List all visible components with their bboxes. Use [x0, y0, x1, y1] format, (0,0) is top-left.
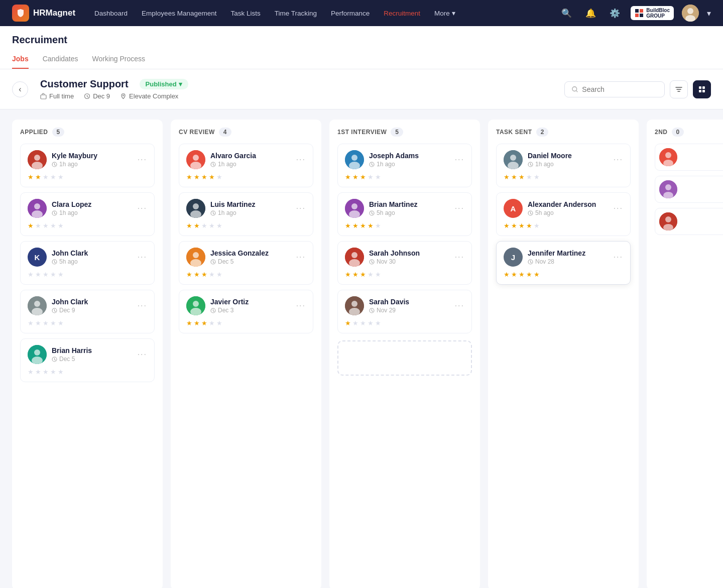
column-header-cv-review: CV REVIEW 4 — [179, 128, 313, 137]
card-menu-button[interactable]: ··· — [138, 350, 147, 359]
clock-icon — [52, 259, 57, 265]
user-dropdown-icon[interactable]: ▾ — [707, 9, 711, 18]
candidate-card[interactable]: Sarah Davis Nov 29 ··· ★★★★★ — [337, 290, 472, 333]
candidate-card[interactable]: John Clark Dec 9 ··· ★★★★★ — [20, 290, 155, 333]
candidate-stars: ★★★★★ — [186, 173, 306, 181]
card-menu-button[interactable]: ··· — [455, 301, 464, 310]
card-menu-button[interactable]: ··· — [138, 253, 147, 262]
candidate-avatar — [28, 345, 47, 364]
job-date: Dec 9 — [84, 92, 110, 100]
candidate-card[interactable]: Sarah Johnson Nov 30 ··· ★★★★★ — [337, 241, 472, 285]
column-count-cv-review: 4 — [219, 128, 231, 137]
search-icon[interactable]: 🔍 — [558, 5, 574, 21]
notification-icon[interactable]: 🔔 — [582, 5, 598, 21]
candidate-stars: ★★★★★ — [28, 222, 147, 229]
candidate-card[interactable] — [655, 176, 723, 203]
candidate-card[interactable]: Luis Martinez 1h ago ··· ★★★★★ — [179, 192, 313, 236]
nav-recruitment[interactable]: Recruitment — [384, 10, 420, 17]
star-icon: ★ — [352, 222, 358, 229]
nav-tasklists[interactable]: Task Lists — [230, 10, 260, 17]
candidate-card[interactable]: Joseph Adams 1h ago ··· ★★★★★ — [337, 144, 472, 187]
card-top: Sarah Davis Nov 29 ··· — [345, 296, 464, 315]
card-menu-button[interactable]: ··· — [296, 301, 306, 310]
published-badge[interactable]: Published ▾ — [140, 79, 188, 89]
nav-dashboard[interactable]: Dashboard — [94, 10, 128, 17]
back-button[interactable]: ‹ — [12, 81, 28, 97]
svg-rect-11 — [699, 86, 701, 89]
star-icon: ★ — [43, 271, 49, 278]
candidate-card[interactable] — [655, 208, 723, 235]
svg-point-33 — [193, 155, 199, 161]
clock-icon — [369, 162, 375, 167]
card-menu-button[interactable]: ··· — [138, 204, 147, 213]
search-box[interactable] — [564, 81, 665, 97]
grid-view-button[interactable] — [693, 80, 711, 98]
star-icon: ★ — [28, 222, 34, 229]
column-title-second-interview: 2ND — [655, 129, 668, 136]
candidate-card[interactable]: A Alexander Anderson 5h ago ··· ★★★ — [496, 192, 631, 236]
tab-candidates[interactable]: Candidates — [43, 50, 78, 69]
filter-button[interactable] — [670, 80, 688, 98]
card-left: Clara Lopez 1h ago — [28, 199, 91, 218]
nav-employees[interactable]: Employees Management — [142, 10, 216, 17]
card-top: Brian Martinez 5h ago ··· — [345, 199, 464, 218]
candidate-card[interactable]: Daniel Moore 1h ago ··· ★★★★★ — [496, 144, 631, 187]
nav-more[interactable]: More ▾ — [434, 9, 455, 17]
app-logo[interactable]: HRMagnet — [12, 5, 75, 22]
candidate-stars: ★★★★★ — [504, 271, 623, 278]
card-menu-button[interactable]: ··· — [614, 155, 623, 164]
card-menu-button[interactable]: ··· — [455, 155, 464, 164]
candidate-card[interactable]: Kyle Maybury 1h ago ··· ★★★★★ — [20, 144, 155, 187]
card-menu-button[interactable]: ··· — [455, 253, 464, 262]
chevron-down-icon: ▾ — [179, 80, 182, 88]
star-icon: ★ — [50, 222, 56, 229]
clock-icon — [528, 162, 533, 167]
candidate-time: Dec 5 — [52, 356, 92, 363]
card-left: K John Clark 5h ago — [28, 248, 88, 267]
candidate-card[interactable]: K John Clark 5h ago ··· ★★★★★ — [20, 241, 155, 285]
card-menu-button[interactable]: ··· — [455, 204, 464, 213]
buildbloc-logo: BuildBlocGROUP — [631, 6, 674, 20]
drop-zone[interactable] — [337, 340, 472, 376]
card-menu-button[interactable]: ··· — [296, 155, 306, 164]
user-avatar[interactable] — [682, 5, 699, 22]
tab-jobs[interactable]: Jobs — [12, 50, 29, 69]
candidate-card[interactable] — [655, 144, 723, 171]
star-icon: ★ — [58, 173, 64, 181]
star-icon: ★ — [511, 173, 517, 181]
tab-working-process[interactable]: Working Process — [92, 50, 146, 69]
candidate-info: Clara Lopez 1h ago — [52, 200, 91, 216]
card-left: John Clark Dec 9 — [28, 296, 88, 315]
search-input[interactable] — [582, 85, 657, 93]
star-icon: ★ — [209, 271, 215, 278]
candidate-card[interactable]: Javier Ortiz Dec 3 ··· ★★★★★ — [179, 290, 313, 333]
settings-icon[interactable]: ⚙️ — [607, 5, 623, 21]
star-icon: ★ — [194, 271, 200, 278]
candidate-card[interactable]: J Jennifer Martinez Nov 28 ··· ★★★★ — [496, 241, 631, 285]
card-menu-button[interactable]: ··· — [138, 155, 147, 164]
nav-timetracking[interactable]: Time Tracking — [275, 10, 317, 17]
card-menu-button[interactable]: ··· — [614, 253, 623, 262]
job-header-right — [564, 80, 711, 98]
candidate-avatar — [345, 248, 364, 267]
star-icon: ★ — [526, 173, 532, 181]
card-left: Daniel Moore 1h ago — [504, 150, 572, 169]
clock-icon — [210, 210, 216, 216]
candidate-card[interactable]: Brian Martinez 5h ago ··· ★★★★★ — [337, 192, 472, 236]
candidate-card[interactable]: Jessica Gonzalez Dec 5 ··· ★★★★★ — [179, 241, 313, 285]
candidate-card[interactable]: Alvaro Garcia 1h ago ··· ★★★★★ — [179, 144, 313, 187]
card-menu-button[interactable]: ··· — [296, 204, 306, 213]
card-menu-button[interactable]: ··· — [614, 204, 623, 213]
candidate-card[interactable]: Clara Lopez 1h ago ··· ★★★★★ — [20, 192, 155, 236]
candidate-stars: ★★★★★ — [28, 319, 147, 327]
star-icon: ★ — [186, 271, 192, 278]
card-menu-button[interactable]: ··· — [138, 301, 147, 310]
candidate-info: Javier Ortiz Dec 3 — [210, 298, 249, 314]
svg-point-5 — [687, 8, 693, 14]
nav-performance[interactable]: Performance — [331, 10, 370, 17]
card-menu-button[interactable]: ··· — [296, 253, 306, 262]
candidate-card[interactable]: Brian Harris Dec 5 ··· ★★★★★ — [20, 338, 155, 382]
star-icon: ★ — [519, 222, 525, 229]
svg-point-49 — [351, 155, 357, 161]
svg-point-77 — [665, 216, 671, 222]
